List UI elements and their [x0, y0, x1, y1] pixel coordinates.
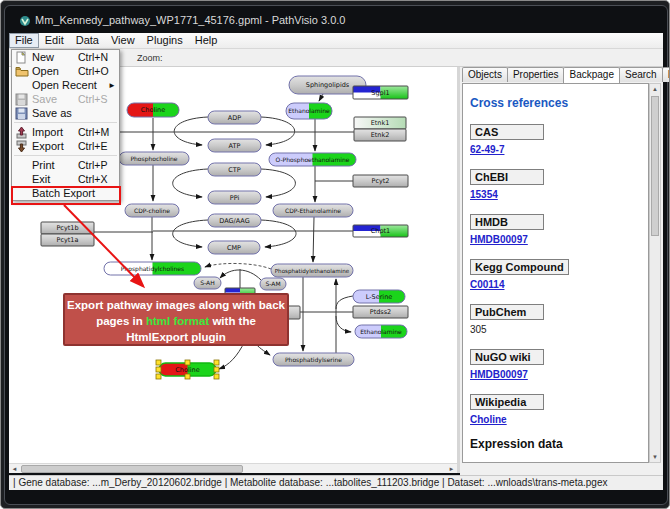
scroll-left-icon[interactable]: ◄ [9, 464, 20, 474]
pathway-node-etnk2[interactable]: Etnk2 [354, 129, 406, 141]
file-menu-item-export[interactable]: ExportCtrl+E [12, 139, 119, 153]
pathway-node-dag-aag[interactable]: DAG/AAG [208, 214, 261, 227]
menu-data[interactable]: Data [70, 33, 105, 48]
pathway-node-phosphatidylserine[interactable]: Phosphatidylserine [273, 353, 354, 366]
pathway-node-ctp[interactable]: CTP [208, 163, 261, 176]
node-label: Pcyt1a [56, 236, 78, 244]
menu-help[interactable]: Help [189, 33, 224, 48]
menu-item-label: New [32, 51, 78, 63]
scrollbar-thumb[interactable] [651, 96, 659, 236]
pathway-node-etnk1[interactable]: Etnk1 [354, 117, 406, 129]
menu-view[interactable]: View [105, 33, 141, 48]
cross-reference-link[interactable]: HMDB00097 [470, 369, 648, 380]
file-menu-item-new[interactable]: NewCtrl+N [12, 50, 119, 64]
file-menu-item-exit[interactable]: ExitCtrl+X [12, 172, 119, 186]
pathway-node-phosphatidylcholines[interactable]: Phosphatidylcholines [104, 262, 201, 275]
pathway-node-s-am[interactable]: S-AM [260, 278, 286, 290]
database-name-box: CAS [470, 124, 544, 140]
file-menu-item-open[interactable]: OpenCtrl+O [12, 64, 119, 78]
pathway-node-pcyt1a[interactable]: Pcyt1a [41, 234, 94, 246]
cross-reference-link[interactable]: 62-49-7 [470, 144, 648, 155]
pathway-node-pcyt1b[interactable]: Pcyt1b [41, 222, 94, 234]
selection-handle[interactable] [156, 374, 161, 379]
cross-reference-link[interactable]: 15354 [470, 189, 648, 200]
tab-objects[interactable]: Objects [462, 67, 508, 82]
tab-search[interactable]: Search [619, 67, 663, 82]
node-label: PPi [230, 194, 240, 202]
annotation-line3: HtmlExport plugin [126, 331, 226, 343]
pathway-node-ethanolamine-top[interactable]: Ethanolamine [286, 103, 332, 119]
backpage-content: Cross referencesCAS62-49-7ChEBI15354HMDB… [462, 83, 649, 463]
pathway-node-ptdss2[interactable]: Ptdss2 [353, 306, 408, 318]
selection-handle[interactable] [156, 360, 161, 365]
node-label: S-AM [265, 280, 280, 287]
database-name-box: Wikipedia [470, 394, 544, 410]
expression-data-heading: Expression data [470, 437, 648, 451]
selection-handle[interactable] [214, 374, 219, 379]
file-menu-item-import[interactable]: ImportCtrl+M [12, 125, 119, 139]
pathway-node-phosphatidylethanolamine[interactable]: Phosphatidylethanolamine [271, 264, 353, 277]
node-label: O-Phosphoethanolamine [276, 156, 350, 164]
pathway-node-pcyt2[interactable]: Pcyt2 [353, 175, 408, 187]
pathway-node-ppi[interactable]: PPi [208, 191, 261, 204]
file-menu-item-save: SaveCtrl+S [12, 92, 119, 106]
menu-separator [14, 122, 117, 123]
pathway-node-cmp[interactable]: CMP [208, 241, 260, 254]
pathway-node-cdp-choline[interactable]: CDP-choline [125, 204, 179, 217]
menu-edit[interactable]: Edit [39, 33, 70, 48]
pathway-node-l-serine[interactable]: L-Serine [353, 290, 405, 303]
selection-handle[interactable] [156, 367, 161, 372]
pathway-node-o-phosphoethanolamine[interactable]: O-Phosphoethanolamine [269, 153, 356, 166]
scroll-up-icon[interactable]: ▲ [650, 84, 660, 94]
menu-plugins[interactable]: Plugins [141, 33, 189, 48]
node-label: Phosphocholine [130, 155, 177, 163]
panel-vertical-scrollbar[interactable]: ▲ ▼ [649, 83, 661, 463]
export-icon [15, 140, 32, 153]
backpage-section-nugo-wiki: NuGO wikiHMDB00097 [470, 347, 648, 380]
cross-reference-link[interactable]: HMDB00097 [470, 234, 648, 245]
file-menu-item-print[interactable]: PrintCtrl+P [12, 158, 119, 172]
scroll-right-icon[interactable]: ► [446, 464, 457, 474]
tab-properties[interactable]: Properties [507, 67, 565, 82]
menu-item-label: Export [32, 140, 78, 152]
node-label: L-Serine [366, 293, 393, 301]
selection-handle[interactable] [185, 374, 190, 379]
cross-reference-link[interactable]: Choline [470, 414, 648, 425]
menu-file[interactable]: File [9, 33, 39, 48]
pathway-node-s-ah[interactable]: S-AH [194, 277, 221, 289]
selection-handle[interactable] [185, 360, 190, 365]
scrollbar-thumb[interactable] [21, 465, 243, 473]
pathway-node-atp[interactable]: ATP [208, 139, 261, 152]
node-label: ATP [229, 142, 241, 150]
selection-handle[interactable] [214, 367, 219, 372]
window-title: Mm_Kennedy_pathway_WP1771_45176.gpml - P… [35, 14, 345, 26]
canvas-horizontal-scrollbar[interactable]: ◄ ► [9, 463, 457, 473]
file-menu-item-save-as[interactable]: Save as [12, 106, 119, 120]
pathway-node-cdp-ethanolamine[interactable]: CDP-Ethanolamine [273, 204, 353, 217]
tab-legend[interactable]: Legend [662, 67, 670, 82]
file-menu-item-batch-export[interactable]: Batch Export [12, 186, 119, 200]
menu-item-shortcut: Ctrl+E [78, 140, 116, 152]
tab-backpage[interactable]: Backpage [563, 67, 619, 84]
pathway-node-sgpl1[interactable]: Sgpl1 [353, 86, 408, 99]
pathway-node-phosphocholine[interactable]: Phosphocholine [119, 152, 189, 165]
node-label: Sphingolipids [306, 81, 350, 89]
backpage-section-chebi: ChEBI15354 [470, 167, 648, 200]
pathway-node-choline-top[interactable]: Choline [127, 103, 179, 117]
menu-icon-spacer [15, 159, 32, 172]
backpage-section-kegg-compound: Kegg CompoundC00114 [470, 257, 648, 290]
pathway-node-chpt1[interactable]: Chpt1 [353, 225, 408, 237]
selection-handle[interactable] [214, 360, 219, 365]
menu-item-shortcut: Ctrl+O [78, 65, 116, 77]
cross-reference-link[interactable]: C00114 [470, 279, 648, 290]
file-menu-item-open-recent[interactable]: Open Recent► [12, 78, 119, 92]
menu-icon-spacer [15, 79, 32, 92]
menu-separator [14, 155, 117, 156]
node-label: Etnk1 [371, 119, 390, 127]
pathway-node-adp[interactable]: ADP [208, 111, 261, 124]
backpage-section-hmdb: HMDBHMDB00097 [470, 212, 648, 245]
pathway-node-ethanolamine-2[interactable]: Ethanolamine [355, 325, 407, 338]
node-label: Ptdss2 [370, 308, 392, 316]
pathway-node-choline-selected[interactable]: Choline [156, 360, 219, 379]
scroll-down-icon[interactable]: ▼ [650, 452, 660, 462]
